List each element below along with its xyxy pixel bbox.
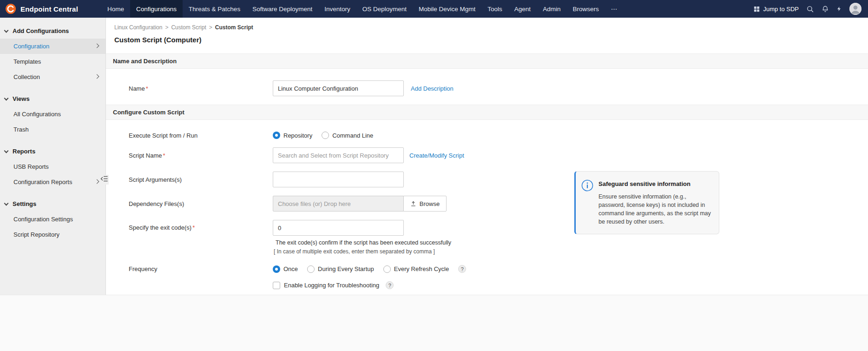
sidebar-section-title-add-configurations[interactable]: Add Configurations <box>0 23 105 39</box>
repository-radio-label[interactable]: Repository <box>283 132 312 139</box>
collapse-sidebar-icon[interactable] <box>100 175 109 185</box>
nav-item-more[interactable]: ⋯ <box>605 0 624 18</box>
every-refresh-cycle-radio[interactable] <box>383 265 391 273</box>
browse-button[interactable]: Browse <box>403 196 447 212</box>
logging-help-icon[interactable]: ? <box>386 281 394 289</box>
sidebar-section-settings: Settings Configuration Settings Script R… <box>0 196 105 242</box>
script-name-input[interactable] <box>273 147 404 163</box>
sidebar-item-templates[interactable]: Templates <box>0 54 105 69</box>
frequency-help-icon[interactable]: ? <box>458 265 466 273</box>
sidebar-item-script-repository[interactable]: Script Repository <box>0 227 105 242</box>
main-content: Linux Configuration > Custom Script > Cu… <box>106 18 868 295</box>
nav-item-tools[interactable]: Tools <box>481 0 508 18</box>
nav-item-software-deployment[interactable]: Software Deployment <box>246 0 318 18</box>
chevron-right-icon <box>95 44 99 48</box>
sidebar-item-configuration-reports[interactable]: Configuration Reports <box>0 174 105 190</box>
script-name-row: Script Name* Create/Modify Script <box>106 147 868 163</box>
sidebar: Add Configurations Configuration Templat… <box>0 18 106 295</box>
chevron-down-icon <box>4 96 9 101</box>
section-header-configure-custom-script: Configure Custom Script <box>106 105 868 120</box>
command-line-radio-label[interactable]: Command Line <box>332 132 373 139</box>
sidebar-section-title-settings[interactable]: Settings <box>0 196 105 212</box>
page-bottom-area <box>0 295 868 351</box>
once-radio[interactable] <box>273 265 280 273</box>
logging-checkbox-label[interactable]: Enable Logging for Troubleshooting <box>284 282 379 289</box>
flash-icon[interactable] <box>836 5 842 13</box>
sidebar-item-configuration-settings[interactable]: Configuration Settings <box>0 212 105 227</box>
jump-to-sdp-button[interactable]: Jump to SDP <box>753 6 799 13</box>
sidebar-item-trash[interactable]: Trash <box>0 122 105 137</box>
name-description-section: Name* Add Description <box>106 69 868 96</box>
frequency-options: Once During Every Startup Every Refresh … <box>273 265 466 273</box>
breadcrumb-linux-configuration[interactable]: Linux Configuration <box>114 24 162 31</box>
exit-code-label: Specify the exit code(s)* <box>129 220 273 236</box>
breadcrumb-custom-script[interactable]: Custom Script <box>171 24 206 31</box>
jump-to-sdp-label: Jump to SDP <box>763 6 799 13</box>
nav-item-threats-patches[interactable]: Threats & Patches <box>183 0 246 18</box>
browse-button-label: Browse <box>420 200 440 207</box>
dependency-files-input[interactable] <box>273 196 404 212</box>
dependency-files-label: Dependency Files(s) <box>129 200 273 207</box>
exit-code-row: Specify the exit code(s)* The exit code(… <box>106 220 868 255</box>
notifications-bell-icon[interactable] <box>822 5 829 13</box>
dependency-files-controls: Browse <box>273 196 447 212</box>
safeguard-info-card: Safeguard sensitive information Ensure s… <box>574 171 719 234</box>
nav-item-admin[interactable]: Admin <box>537 0 566 18</box>
nav-item-mobile-device-mgmt[interactable]: Mobile Device Mgmt <box>413 0 481 18</box>
main-nav: Home Configurations Threats & Patches So… <box>101 0 623 18</box>
topbar-right-actions: Jump to SDP <box>753 0 868 18</box>
during-every-startup-radio-label[interactable]: During Every Startup <box>318 265 374 272</box>
sidebar-section-title-views[interactable]: Views <box>0 91 105 106</box>
endpoint-central-logo-icon <box>5 3 16 14</box>
sidebar-section-label: Reports <box>13 148 35 155</box>
add-description-link[interactable]: Add Description <box>411 85 454 92</box>
chevron-right-icon <box>95 179 99 184</box>
configure-custom-script-section: Execute Script from / Run Repository Com… <box>106 120 868 289</box>
nav-item-browsers[interactable]: Browsers <box>566 0 605 18</box>
logging-row: Enable Logging for Troubleshooting ? <box>106 281 868 289</box>
search-icon[interactable] <box>806 5 814 13</box>
once-radio-label[interactable]: Once <box>283 265 298 272</box>
name-input[interactable] <box>273 80 404 96</box>
nav-item-configurations[interactable]: Configurations <box>130 0 183 18</box>
sidebar-item-label: Script Repository <box>13 231 59 238</box>
sidebar-section-label: Settings <box>13 200 36 207</box>
every-refresh-cycle-radio-label[interactable]: Every Refresh Cycle <box>394 265 449 272</box>
required-asterisk: * <box>146 85 148 92</box>
chevron-down-icon <box>4 201 9 206</box>
create-modify-script-link[interactable]: Create/Modify Script <box>409 152 464 159</box>
execute-script-row: Execute Script from / Run Repository Com… <box>106 132 868 139</box>
repository-radio[interactable] <box>273 132 280 139</box>
frequency-row: Frequency Once During Every Startup Ever… <box>106 265 868 273</box>
sidebar-item-usb-reports[interactable]: USB Reports <box>0 159 105 174</box>
sidebar-item-label: Collection <box>13 73 40 80</box>
script-arguments-label: Script Arguments(s) <box>129 176 273 183</box>
user-avatar[interactable] <box>849 3 861 15</box>
topbar: Endpoint Central Home Configurations Thr… <box>0 0 868 18</box>
sidebar-item-collection[interactable]: Collection <box>0 69 105 85</box>
name-field-label: Name* <box>129 85 273 92</box>
sidebar-item-label: Trash <box>13 126 29 133</box>
command-line-radio[interactable] <box>322 132 329 139</box>
script-arguments-input[interactable] <box>273 172 404 187</box>
exit-code-input[interactable] <box>273 220 404 236</box>
sidebar-item-all-configurations[interactable]: All Configurations <box>0 106 105 122</box>
name-row: Name* Add Description <box>106 80 868 96</box>
nav-item-inventory[interactable]: Inventory <box>318 0 356 18</box>
required-asterisk: * <box>192 224 195 231</box>
sidebar-item-label: Configuration <box>13 43 49 50</box>
frequency-label: Frequency <box>129 265 273 272</box>
info-card-text: Safeguard sensitive information Ensure s… <box>598 178 712 226</box>
logging-checkbox[interactable] <box>273 282 280 289</box>
sidebar-item-label: Configuration Reports <box>13 179 72 185</box>
sidebar-section-title-reports[interactable]: Reports <box>0 144 105 159</box>
during-every-startup-radio[interactable] <box>307 265 315 273</box>
sdp-grid-icon <box>753 6 760 13</box>
script-arguments-row: Script Arguments(s) <box>106 172 868 187</box>
sidebar-item-configuration[interactable]: Configuration <box>0 39 105 54</box>
nav-item-agent[interactable]: Agent <box>508 0 537 18</box>
nav-item-os-deployment[interactable]: OS Deployment <box>356 0 413 18</box>
nav-item-home[interactable]: Home <box>101 0 130 18</box>
name-controls: Add Description <box>273 80 454 96</box>
script-name-label: Script Name* <box>129 152 273 159</box>
